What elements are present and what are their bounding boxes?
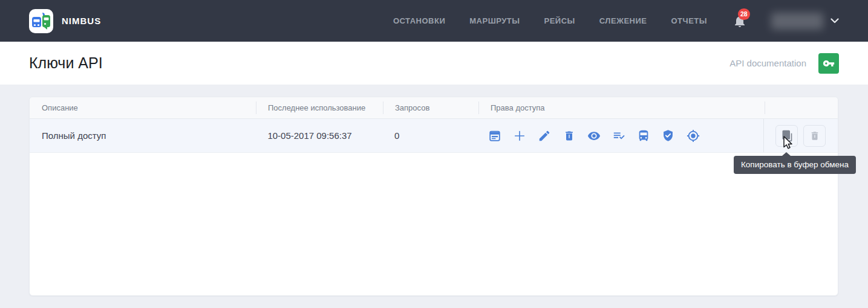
bus-icon (637, 129, 650, 143)
playlist-check-icon (612, 129, 625, 143)
column-header-actions (765, 97, 838, 118)
eye-icon (587, 129, 601, 143)
shield-check-icon (662, 129, 675, 143)
cell-last-used: 10-05-2017 09:56:37 (255, 119, 382, 152)
api-keys-table: Описание Последнее использование Запросо… (29, 97, 838, 296)
nav-item-tracking[interactable]: СЛЕЖЕНИЕ (599, 16, 647, 25)
plus-icon (513, 129, 526, 143)
page-title: Ключи API (29, 54, 103, 72)
cell-requests: 0 (382, 119, 478, 152)
nimbus-logo-icon (29, 9, 53, 33)
notifications-button[interactable]: 28 (733, 14, 747, 28)
trash-icon (563, 129, 576, 143)
top-navbar: NIMBUS ОСТАНОВКИ МАРШРУТЫ РЕЙСЫ СЛЕЖЕНИЕ… (0, 0, 868, 42)
delete-key-button[interactable] (803, 125, 826, 147)
gps-icon (687, 129, 700, 143)
brand-logo[interactable]: NIMBUS (29, 9, 101, 33)
column-header-last-used: Последнее использование (256, 97, 383, 118)
cell-permissions (478, 119, 763, 152)
table-header-row: Описание Последнее использование Запросо… (30, 97, 838, 119)
pencil-icon (538, 129, 551, 143)
chevron-down-icon (830, 18, 839, 24)
api-documentation-link[interactable]: API documentation (729, 58, 806, 68)
main-nav: ОСТАНОВКИ МАРШРУТЫ РЕЙСЫ СЛЕЖЕНИЕ ОТЧЕТЫ (393, 16, 707, 25)
key-icon (823, 57, 835, 69)
calendar-icon (488, 129, 501, 143)
page-header: Ключи API API documentation (0, 42, 868, 85)
column-header-description: Описание (30, 97, 256, 118)
nav-item-trips[interactable]: РЕЙСЫ (544, 16, 575, 25)
nav-item-stops[interactable]: ОСТАНОВКИ (393, 16, 445, 25)
notification-badge: 28 (738, 8, 750, 20)
cell-description: Полный доступ (30, 119, 255, 152)
trash-icon (809, 130, 820, 141)
brand-name: NIMBUS (62, 16, 101, 26)
copy-to-clipboard-button[interactable] (775, 125, 798, 147)
nav-item-routes[interactable]: МАРШРУТЫ (469, 16, 520, 25)
table-row: Полный доступ 10-05-2017 09:56:37 0 (30, 119, 838, 153)
nav-item-reports[interactable]: ОТЧЕТЫ (671, 16, 707, 25)
column-header-requests: Запросов (383, 97, 478, 118)
column-header-permissions: Права доступа (478, 97, 765, 118)
user-menu[interactable] (771, 13, 839, 30)
copy-icon (781, 130, 793, 142)
user-name-redacted (771, 13, 823, 30)
create-api-key-button[interactable] (818, 53, 839, 74)
cell-actions (763, 119, 838, 152)
copy-tooltip: Копировать в буфер обмена (734, 156, 856, 174)
